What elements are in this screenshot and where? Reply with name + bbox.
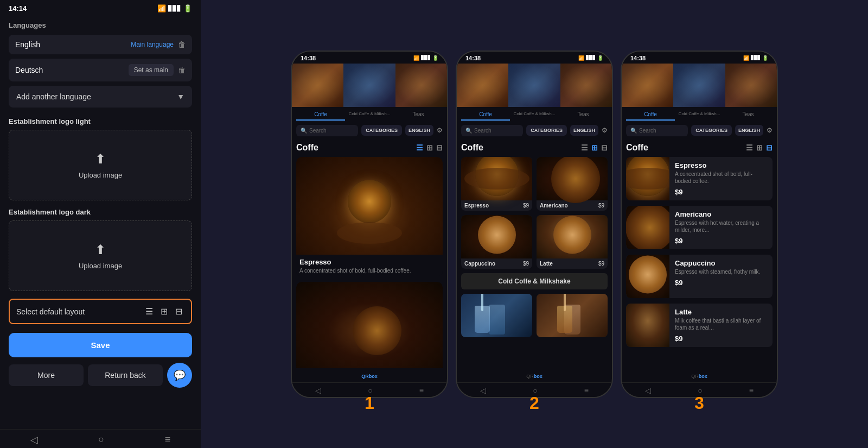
- phone2-milkshake-straw: [564, 294, 566, 311]
- phone3-tab-teas[interactable]: Teas: [724, 109, 773, 121]
- phone3-qrbox-text: QRbox: [691, 374, 707, 379]
- phone3-espresso-info: Espresso A concentrated shot of bold, fu…: [675, 157, 773, 200]
- phone2-language-button[interactable]: ENGLISH: [570, 125, 598, 136]
- phone1-categories-button[interactable]: CATEGORIES: [361, 125, 402, 136]
- upload-logo-light-box[interactable]: ⬆ Upload image: [9, 130, 192, 200]
- menu-nav-icon[interactable]: ≡: [165, 434, 171, 446]
- phone1-box-text: box: [369, 374, 378, 379]
- phone3-latte-item[interactable]: Latte Milk coffee that basti a silah lay…: [626, 304, 773, 347]
- home-nav-icon[interactable]: ○: [98, 434, 104, 446]
- phone3-espresso-name: Espresso: [675, 161, 768, 169]
- phone3-gear-icon[interactable]: ⚙: [767, 127, 773, 134]
- phone2-grid2-view-icon[interactable]: ⊞: [591, 143, 598, 152]
- phone1-time: 14:38: [301, 55, 316, 61]
- phone3-language-button[interactable]: ENGLISH: [735, 125, 763, 136]
- more-button[interactable]: More: [9, 364, 84, 386]
- main-language-badge: Main language: [131, 41, 174, 48]
- return-back-button[interactable]: Return back: [88, 364, 163, 386]
- phone3-cappuccino-name: Cappuccino: [675, 259, 768, 267]
- phone2-espresso-item[interactable]: Espresso $9: [461, 157, 532, 211]
- phone3-tab-cold[interactable]: Cold Coffe & Milksh...: [675, 109, 724, 121]
- delete-english-icon[interactable]: 🗑: [178, 40, 186, 49]
- phone3-menu-content: Coffe ☰ ⊞ ⊟ Espresso A concentrated shot…: [622, 138, 777, 368]
- phone3-list-view-icon[interactable]: ☰: [746, 143, 753, 152]
- phone2-latte-info: Latte $9: [537, 258, 608, 269]
- phone2-search-bar: 🔍 Search CATEGORIES ENGLISH ⚙: [457, 123, 612, 138]
- phone1-section-title: Coffe ☰ ⊞ ⊟: [296, 143, 443, 153]
- phone1-grid3-view-icon[interactable]: ⊟: [436, 143, 443, 152]
- phone2-latte-price: $9: [598, 261, 604, 267]
- phone1-language-button[interactable]: ENGLISH: [405, 125, 433, 136]
- phone2-tab-coffe[interactable]: Coffe: [461, 109, 510, 121]
- phone2-gear-icon[interactable]: ⚙: [602, 127, 608, 134]
- phone3-menu-icon[interactable]: ≡: [749, 386, 754, 395]
- phone2-menu-icon[interactable]: ≡: [584, 386, 589, 395]
- phone3-categories-button[interactable]: CATEGORIES: [691, 125, 732, 136]
- save-button[interactable]: Save: [9, 333, 192, 357]
- phone3-espresso-item[interactable]: Espresso A concentrated shot of bold, fu…: [626, 157, 773, 200]
- layout-section: Select default layout ☰ ⊞ ⊟: [9, 299, 192, 324]
- fab-chat-button[interactable]: 💬: [167, 363, 192, 388]
- layout-label: Select default layout: [16, 307, 138, 316]
- phone1-espresso-item[interactable]: Espresso A concentrated shot of bold, fu…: [296, 157, 443, 276]
- list-layout-icon[interactable]: ☰: [143, 305, 155, 318]
- phone2-grid3-view-icon[interactable]: ⊟: [601, 143, 608, 152]
- set-as-main-button[interactable]: Set as main: [129, 64, 174, 76]
- phone2-back-icon[interactable]: ◁: [480, 386, 486, 395]
- phone2-search-input[interactable]: 🔍 Search: [461, 125, 523, 136]
- add-language-dropdown[interactable]: Add another language ▼: [9, 86, 192, 108]
- upload-logo-dark-box[interactable]: ⬆ Upload image: [9, 220, 192, 291]
- phone2-americano-img: [537, 157, 608, 200]
- phone3-latte-info: Latte Milk coffee that basti a silah lay…: [675, 304, 773, 347]
- phone3-back-icon[interactable]: ◁: [645, 386, 651, 395]
- phone2-signal-icon: ▊▊▊: [586, 55, 596, 60]
- phone3-espresso-bg: [626, 157, 669, 200]
- back-nav-icon[interactable]: ◁: [30, 434, 38, 446]
- phone3-latte-desc: Milk coffee that basti a silah layer of …: [675, 317, 768, 331]
- phone2-cold-item2[interactable]: [537, 294, 608, 337]
- phone2-cold-item1[interactable]: [461, 294, 532, 337]
- phone2-cappuccino-item[interactable]: Cappuccino $9: [461, 215, 532, 269]
- phone3-grid2-view-icon[interactable]: ⊞: [756, 143, 763, 152]
- phone1-gear-icon[interactable]: ⚙: [437, 127, 443, 134]
- phone1-back-icon[interactable]: ◁: [315, 386, 321, 395]
- phone2-categories-button[interactable]: CATEGORIES: [526, 125, 567, 136]
- phone3-status-bar: 14:38 📶 ▊▊▊ 🔋: [622, 52, 777, 64]
- logo-light-label: Establishment logo light: [9, 117, 192, 125]
- phone3-time: 14:38: [630, 55, 646, 61]
- phone3-tab-coffe[interactable]: Coffe: [626, 109, 675, 121]
- phone2-americano-item[interactable]: Americano $9: [537, 157, 608, 211]
- phone3-grid3-view-icon[interactable]: ⊟: [766, 143, 773, 152]
- phone1-grid2-view-icon[interactable]: ⊞: [426, 143, 433, 152]
- language-row-english: English Main language 🗑: [9, 35, 192, 54]
- phone2-espresso-price: $9: [523, 203, 529, 209]
- phone3-americano-item[interactable]: Americano Espresso with hot water, creat…: [626, 206, 773, 249]
- phone3-cappuccino-img: [626, 255, 669, 298]
- phone2-strip-coffee: [457, 64, 508, 107]
- phone1-list-view-icon[interactable]: ☰: [416, 143, 423, 152]
- phone1-wrapper: 14:38 📶 ▊▊▊ 🔋: [291, 51, 448, 398]
- phone3-search-input[interactable]: 🔍 Search: [626, 125, 688, 136]
- phone3-strip-tea: [725, 64, 777, 107]
- phone1-cat-strip: [292, 64, 447, 107]
- phone1-americano-item[interactable]: Americano Espresso with hot water, creat…: [296, 282, 443, 368]
- nav-bar-settings: ◁ ○ ≡: [0, 429, 201, 448]
- phone2-tab-cold[interactable]: Cold Coffe & Milksh...: [510, 109, 559, 121]
- delete-deutsch-icon[interactable]: 🗑: [178, 66, 186, 74]
- grid2-layout-icon[interactable]: ⊞: [158, 305, 170, 318]
- phone1-strip-cold: [343, 64, 395, 107]
- phone3-cappuccino-item[interactable]: Cappuccino Espresso with steamed, frothy…: [626, 255, 773, 298]
- phone2-list-view-icon[interactable]: ☰: [581, 143, 588, 152]
- grid3-layout-icon[interactable]: ⊟: [173, 305, 184, 318]
- phone1-menu-icon[interactable]: ≡: [419, 386, 424, 395]
- upload-light-icon: ⬆: [95, 152, 106, 167]
- phone1-tab-coffe[interactable]: Coffe: [296, 109, 345, 121]
- phone3-americano-price: $9: [675, 237, 768, 245]
- phone2-latte-item[interactable]: Latte $9: [537, 215, 608, 269]
- phone1-tab-cold[interactable]: Cold Coffe & Milksh...: [345, 109, 394, 121]
- phone1-search-input[interactable]: 🔍 Search: [296, 125, 358, 136]
- phone1-tab-teas[interactable]: Teas: [394, 109, 443, 121]
- time-display: 14:14: [9, 4, 27, 12]
- phone2-tab-teas[interactable]: Teas: [559, 109, 608, 121]
- phone3-signal-icon: ▊▊▊: [751, 55, 761, 60]
